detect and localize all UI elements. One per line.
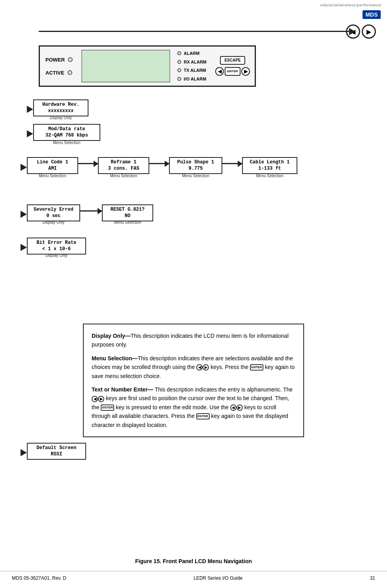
conn-line-reframe	[78, 163, 98, 164]
severely-arrow	[21, 211, 27, 218]
nav-ctrl-row: ◀ ENTER ▶	[215, 67, 250, 76]
footer: MDS 05-3627A01, Rev. D LEDR Series I/O G…	[0, 571, 387, 581]
text-number-para: Text or Number Enter— This description i…	[92, 385, 295, 429]
reset-g821-type: Menu Selection	[102, 220, 153, 225]
rx-alarm-label: RX ALARM	[184, 60, 207, 64]
enter-icon: ENTER	[250, 364, 263, 371]
menu-selection-para: Menu Selection—This description indicate…	[92, 354, 295, 380]
cable-length-type: Menu Selection	[242, 174, 297, 178]
ctrl-right-arrow[interactable]: ▶	[241, 67, 250, 76]
pulse-shape-line1: Pulse Shape 1	[172, 159, 219, 166]
footer-center: LEDR Series I/O Guide	[194, 575, 242, 581]
text-number-text: This description indicates the entry is …	[155, 386, 293, 393]
left-arrow-icon-2: ◀	[92, 396, 98, 402]
alarm-item: ALARM	[177, 51, 207, 56]
reframe-line1: Reframe 1	[101, 159, 146, 166]
left-arrow-icon: ◀	[196, 364, 203, 371]
active-indicator: ACTIVE	[45, 70, 73, 76]
mod-data-line2: 32-QAM 768 kbps	[36, 133, 97, 139]
hardware-rev-box[interactable]: Hardware Rev. xxxxxxxxx	[33, 99, 88, 116]
tx-alarm-led	[177, 68, 181, 72]
rx-alarm-item: RX ALARM	[177, 60, 207, 64]
right-arrow-icon-2: ▶	[98, 396, 104, 402]
top-arrow-line	[39, 31, 355, 32]
reset-g821-line2: NO	[105, 213, 150, 219]
default-screen-line1: Default Screen	[30, 445, 83, 451]
ctrl-left-arrow[interactable]: ◀	[215, 67, 224, 76]
pulse-shape-line2: 9.775	[172, 166, 219, 172]
reframe-line2: 3 cons. FAS	[101, 166, 146, 172]
line-code-box[interactable]: Line Code 1 AMI	[27, 157, 78, 174]
top-arrow-head	[349, 28, 355, 35]
display-only-para: Display Only—This description indicates …	[92, 331, 295, 349]
mod-data-type: Menu Selection	[33, 140, 100, 145]
alarm-led	[177, 51, 181, 55]
device-panel: POWER ACTIVE ALARM RX ALARM TX ALARM I/O…	[39, 45, 256, 87]
hardware-rev-arrow	[27, 106, 33, 113]
right-arrow-icon: ▶	[203, 364, 209, 371]
alarm-indicators: ALARM RX ALARM TX ALARM I/O ALARM	[173, 47, 210, 86]
bit-error-type: Display Only	[27, 253, 86, 258]
severely-line2: 0 sec	[30, 213, 77, 219]
default-screen-arrow	[21, 449, 27, 456]
display-only-title: Display Only—	[92, 333, 131, 339]
power-indicator: POWER	[45, 57, 73, 63]
panel-indicators: POWER ACTIVE	[40, 47, 78, 86]
pulse-shape-box[interactable]: Pulse Shape 1 9.775	[169, 157, 222, 174]
default-screen-box[interactable]: Default Screen RSSI	[27, 443, 86, 460]
right-arrow-icon-3: ▶	[237, 404, 243, 411]
severely-line1: Severely Erred	[30, 207, 77, 213]
cable-length-box[interactable]: Cable Length 1 1-133 ft	[242, 157, 297, 174]
reset-g821-line1: RESET G.821?	[105, 207, 150, 213]
line-code-line1: Line Code 1	[30, 159, 75, 166]
tx-alarm-label: TX ALARM	[184, 68, 206, 73]
bit-error-line2: < 1 x 10-6	[30, 246, 83, 253]
active-label: ACTIVE	[45, 70, 64, 76]
header-tagline: industrial/wireless/performance	[269, 3, 381, 7]
default-screen-line2: RSSI	[30, 451, 83, 458]
reframe-type: Menu Selection	[98, 174, 149, 178]
enter-button[interactable]: ENTER	[225, 67, 240, 76]
pulse-shape-type: Menu Selection	[169, 174, 222, 178]
footer-right: 31	[370, 575, 375, 581]
reset-g821-box[interactable]: RESET G.821? NO	[102, 204, 153, 221]
menu-selection-text2: keys. Press the	[209, 364, 250, 370]
conn-pulse-cable	[222, 163, 242, 164]
escape-button[interactable]: ESCAPE	[220, 56, 245, 65]
footer-left: MDS 05-3627A01, Rev. D	[12, 575, 66, 581]
alarm-label: ALARM	[184, 51, 199, 56]
severely-type: Display Only	[27, 220, 80, 225]
line-code-type: Menu Selection	[27, 174, 78, 178]
enter-icon-3: ENTER	[196, 413, 210, 419]
reframe-box[interactable]: Reframe 1 3 cons. FAS	[98, 157, 149, 174]
figure-caption: Figure 15. Front Panel LCD Menu Navigati…	[0, 558, 387, 564]
rx-alarm-led	[177, 60, 181, 64]
severely-erred-box[interactable]: Severely Erred 0 sec	[27, 204, 80, 221]
power-led	[68, 57, 73, 62]
bit-error-line1: Bit Error Rate	[30, 240, 83, 246]
line-code-arrow	[21, 164, 27, 171]
text-number-title: Text or Number Enter—	[92, 386, 155, 393]
bit-error-box[interactable]: Bit Error Rate < 1 x 10-6	[27, 238, 86, 255]
cable-length-line2: 1-133 ft	[245, 166, 294, 172]
hardware-rev-line2: xxxxxxxxx	[36, 108, 85, 114]
mod-data-box[interactable]: Mod/Data rate 32-QAM 768 kbps	[33, 124, 100, 141]
header: industrial/wireless/performance MDS	[269, 0, 387, 24]
line-code-line2: AMI	[30, 166, 75, 172]
text-number-text3: key is pressed to enter the edit mode. U…	[114, 404, 230, 410]
active-led	[68, 70, 72, 75]
io-alarm-item: I/O ALARM	[177, 77, 207, 81]
enter-icon-2: ENTER	[101, 404, 114, 411]
tx-alarm-item: TX ALARM	[177, 68, 207, 73]
menu-selection-title: Menu Selection—	[92, 355, 138, 361]
cable-length-line1: Cable Length 1	[245, 159, 294, 166]
escape-enter-controls: ESCAPE ◀ ENTER ▶	[210, 47, 255, 86]
io-alarm-label: I/O ALARM	[184, 77, 206, 81]
hardware-rev-line1: Hardware Rev.	[36, 102, 85, 108]
lcd-screen	[81, 50, 170, 82]
hardware-rev-type: Display Only	[33, 116, 88, 120]
bit-error-arrow	[21, 244, 27, 251]
mds-logo: MDS	[269, 9, 381, 22]
nav-right-arrow[interactable]: ▶	[362, 24, 376, 39]
conn-severely-reset	[80, 210, 102, 212]
